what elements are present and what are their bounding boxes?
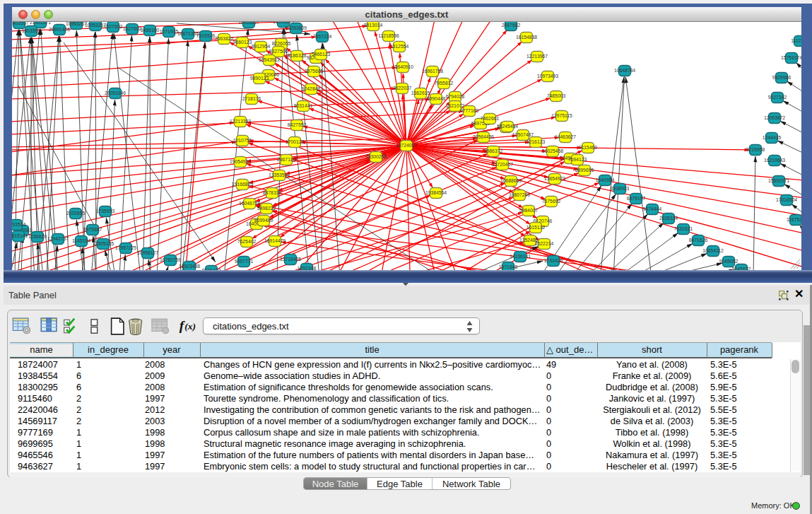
svg-text:12093872: 12093872 <box>764 115 785 120</box>
svg-text:2487682: 2487682 <box>502 23 521 28</box>
svg-text:8813014: 8813014 <box>364 23 383 28</box>
svg-text:7955812: 7955812 <box>435 81 454 86</box>
svg-text:2867110: 2867110 <box>277 157 295 162</box>
svg-text:16210643: 16210643 <box>764 158 785 163</box>
svg-text:7462661: 7462661 <box>481 116 500 121</box>
svg-text:16961758: 16961758 <box>422 69 443 74</box>
svg-text:8471626: 8471626 <box>689 238 708 243</box>
svg-text:16046738: 16046738 <box>239 201 260 206</box>
svg-text:7857224: 7857224 <box>313 34 332 39</box>
svg-text:2020655: 2020655 <box>66 211 86 216</box>
svg-text:9975887: 9975887 <box>83 227 102 232</box>
svg-text:10654112: 10654112 <box>702 248 724 253</box>
svg-text:8427552: 8427552 <box>288 122 307 127</box>
svg-text:15720407: 15720407 <box>492 162 513 167</box>
svg-text:8912954: 8912954 <box>252 44 271 49</box>
svg-text:8990448: 8990448 <box>427 96 446 101</box>
svg-text:7625402: 7625402 <box>237 239 257 244</box>
svg-text:19054933: 19054933 <box>230 159 251 164</box>
svg-text:6216123: 6216123 <box>526 139 546 144</box>
svg-text:19166825: 19166825 <box>232 182 253 187</box>
svg-text:8878332: 8878332 <box>263 190 282 195</box>
svg-text:9245652: 9245652 <box>719 259 739 264</box>
svg-text:2718176: 2718176 <box>242 96 261 101</box>
svg-text:1393514: 1393514 <box>12 222 25 227</box>
svg-text:17957225: 17957225 <box>115 245 136 250</box>
svg-text:3822037: 3822037 <box>393 86 412 90</box>
svg-text:1156829: 1156829 <box>28 234 47 239</box>
svg-text:9890123: 9890123 <box>250 76 269 81</box>
svg-text:1571648: 1571648 <box>499 264 518 269</box>
svg-text:1733426: 1733426 <box>544 258 563 263</box>
svg-text:7675692: 7675692 <box>542 199 561 204</box>
svg-text:19384554: 19384554 <box>425 190 447 195</box>
svg-text:9327506: 9327506 <box>269 49 288 54</box>
svg-text:16914479: 16914479 <box>264 238 286 243</box>
svg-text:8186328: 8186328 <box>288 53 307 58</box>
svg-text:12213967: 12213967 <box>526 54 548 59</box>
svg-text:1640954: 1640954 <box>596 177 615 182</box>
svg-text:7632621: 7632621 <box>674 226 693 231</box>
svg-text:9245632: 9245632 <box>732 267 751 270</box>
svg-text:9242848: 9242848 <box>302 86 321 91</box>
svg-text:16671355: 16671355 <box>177 31 199 36</box>
svg-text:1903557: 1903557 <box>22 28 41 33</box>
svg-text:12923488: 12923488 <box>179 264 200 269</box>
svg-text:8099489: 8099489 <box>254 218 273 223</box>
svg-text:5498222: 5498222 <box>257 206 276 211</box>
svg-text:1071915: 1071915 <box>160 29 179 34</box>
svg-text:7515526: 7515526 <box>196 33 216 38</box>
svg-text:21901371: 21901371 <box>30 22 51 25</box>
svg-text:1735993: 1735993 <box>96 209 115 214</box>
svg-text:10958127: 10958127 <box>137 250 158 255</box>
svg-text:9336412: 9336412 <box>202 268 221 270</box>
svg-text:15692971: 15692971 <box>768 178 789 183</box>
svg-text:1167534: 1167534 <box>787 217 801 222</box>
svg-text:20053346: 20053346 <box>105 90 126 95</box>
svg-text:7694123: 7694123 <box>568 157 587 162</box>
svg-text:9227342: 9227342 <box>768 95 787 100</box>
svg-text:1010755: 1010755 <box>233 138 252 143</box>
svg-text:10507487: 10507487 <box>512 132 534 137</box>
svg-text:1145194: 1145194 <box>72 238 90 243</box>
svg-text:16154838: 16154838 <box>516 35 537 40</box>
svg-text:1362615: 1362615 <box>411 90 430 95</box>
svg-text:9777169: 9777169 <box>460 108 479 113</box>
svg-text:(x): (x) <box>184 321 196 332</box>
svg-text:13654923: 13654923 <box>544 176 565 181</box>
svg-text:10953807: 10953807 <box>238 22 259 25</box>
svg-text:16543912: 16543912 <box>259 57 280 62</box>
svg-text:11218596: 11218596 <box>378 33 399 38</box>
svg-text:1527602: 1527602 <box>104 24 123 29</box>
svg-text:16053809: 16053809 <box>286 25 307 30</box>
svg-text:12505135: 12505135 <box>93 241 114 246</box>
svg-text:6479197: 6479197 <box>627 196 646 201</box>
svg-text:7663822: 7663822 <box>215 36 234 41</box>
svg-text:8031441: 8031441 <box>294 103 313 108</box>
svg-text:10025458: 10025458 <box>542 148 563 153</box>
svg-text:1403557: 1403557 <box>12 22 28 25</box>
svg-text:2935114: 2935114 <box>659 216 678 221</box>
svg-text:7485003: 7485003 <box>547 93 566 98</box>
svg-text:1312554: 1312554 <box>390 44 409 49</box>
svg-text:16953267: 16953267 <box>66 22 87 26</box>
svg-text:1621072: 1621072 <box>446 103 465 108</box>
svg-text:5466123: 5466123 <box>312 52 331 57</box>
svg-text:6899695: 6899695 <box>575 168 594 173</box>
svg-text:15751074: 15751074 <box>781 55 801 60</box>
svg-text:1615132: 1615132 <box>526 225 546 230</box>
svg-text:13353594: 13353594 <box>269 173 290 177</box>
svg-text:6794028: 6794028 <box>446 94 465 99</box>
svg-text:15640910: 15640910 <box>392 64 413 69</box>
svg-text:16782759: 16782759 <box>160 257 181 262</box>
svg-text:1700123: 1700123 <box>286 139 305 144</box>
svg-text:2986372: 2986372 <box>484 148 503 153</box>
svg-text:1527602: 1527602 <box>123 26 142 31</box>
svg-text:9660123: 9660123 <box>233 40 252 45</box>
svg-text:20564436: 20564436 <box>473 134 494 139</box>
svg-text:12975115: 12975115 <box>551 113 572 118</box>
svg-text:18724007: 18724007 <box>396 143 417 148</box>
svg-text:14463627: 14463627 <box>555 134 576 139</box>
svg-text:6466160: 6466160 <box>141 28 160 33</box>
svg-text:14136141: 14136141 <box>510 254 531 259</box>
